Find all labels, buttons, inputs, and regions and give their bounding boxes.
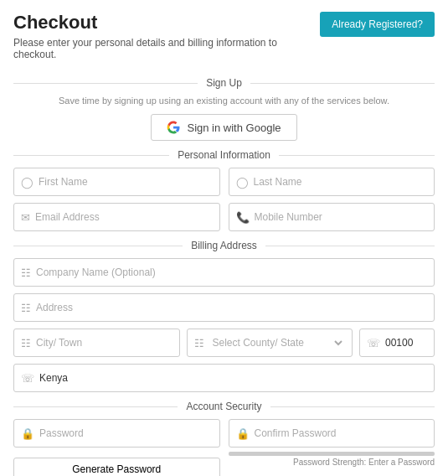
address-icon: ☷: [21, 302, 31, 314]
email-input[interactable]: [35, 211, 213, 223]
personal-info-divider: Personal Information: [13, 149, 435, 161]
zip-field[interactable]: ☏: [359, 329, 435, 357]
page-title: Checkout: [13, 12, 320, 34]
country-field[interactable]: ☏: [13, 364, 435, 392]
google-icon: [167, 121, 180, 134]
lock-icon-2: 🔒: [236, 427, 250, 440]
password-strength-text: Password Strength: Enter a Password: [229, 458, 435, 467]
person-icon-2: ◯: [236, 176, 249, 189]
county-field[interactable]: ☷ Select County/ State: [187, 329, 353, 357]
address-field[interactable]: ☷: [13, 293, 435, 322]
filter-icon: ☷: [194, 337, 204, 349]
city-icon: ☷: [21, 337, 31, 349]
county-select[interactable]: Select County/ State: [209, 336, 346, 349]
country-input[interactable]: [39, 372, 427, 384]
city-input[interactable]: [36, 337, 173, 349]
building-icon: ☷: [21, 266, 31, 279]
email-field[interactable]: ✉: [13, 203, 220, 231]
person-icon: ◯: [21, 176, 33, 189]
generate-password-button[interactable]: Generate Password: [13, 458, 220, 476]
sign-up-helper: Save time by signing up using an existin…: [13, 96, 435, 106]
already-registered-button[interactable]: Already Registered?: [320, 12, 435, 37]
sign-up-divider: Sign Up: [13, 77, 435, 89]
company-input[interactable]: [36, 266, 427, 278]
zip-input[interactable]: [385, 337, 427, 349]
email-icon: ✉: [21, 211, 30, 224]
address-input[interactable]: [36, 302, 427, 313]
confirm-password-input[interactable]: [255, 427, 428, 439]
first-name-field[interactable]: ◯: [13, 168, 220, 196]
phone-icon: 📞: [236, 211, 250, 224]
lock-icon: 🔒: [21, 427, 34, 440]
city-field[interactable]: ☷: [13, 329, 180, 357]
first-name-input[interactable]: [39, 176, 213, 188]
google-signin-label: Sign in with Google: [187, 122, 281, 134]
password-field[interactable]: 🔒: [13, 419, 220, 448]
mobile-input[interactable]: [255, 211, 428, 223]
last-name-input[interactable]: [254, 176, 428, 188]
last-name-field[interactable]: ◯: [229, 168, 435, 196]
account-security-divider: Account Security: [13, 401, 435, 412]
mobile-field[interactable]: 📞: [229, 203, 435, 231]
globe-icon: ☏: [21, 372, 34, 385]
page-subtitle: Please enter your personal details and b…: [13, 37, 320, 60]
billing-address-divider: Billing Address: [13, 240, 435, 251]
confirm-password-field[interactable]: 🔒: [229, 419, 435, 448]
password-input[interactable]: [39, 427, 213, 439]
company-field[interactable]: ☷: [13, 258, 435, 287]
password-strength-bar: [229, 452, 435, 456]
google-signin-button[interactable]: Sign in with Google: [151, 114, 296, 141]
zip-icon: ☏: [367, 337, 380, 349]
